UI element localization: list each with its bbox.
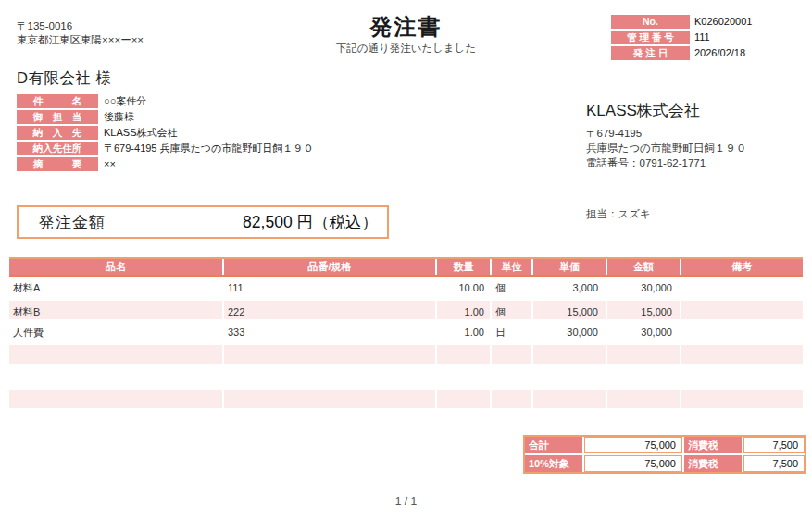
item-amount: 15,000: [607, 299, 680, 321]
meta-row-order-date: 発 注 日 2026/02/18: [611, 46, 806, 60]
taxable-10pct-value: 75,000: [584, 455, 682, 472]
item-name: 材料B: [9, 299, 222, 321]
meta-row-control-number: 管 理 番 号 111: [611, 31, 806, 44]
meta-value-no: K026020001: [690, 15, 806, 29]
col-header-item-name: 品名: [9, 259, 222, 275]
empty-row: [9, 365, 803, 388]
item-code: 111: [224, 277, 435, 299]
issuer-tel: 電話番号：0791-62-1771: [586, 155, 746, 170]
taxable-10pct-label: 10%対象: [525, 455, 582, 472]
item-unit: 日: [492, 321, 531, 343]
info-label-subject: 件 名: [17, 94, 98, 108]
info-label-delivery-address: 納入先住所: [17, 142, 98, 155]
issuer-address: 兵庫県たつの市龍野町日飼１９０: [586, 141, 746, 155]
tax-label: 消費税: [684, 455, 742, 472]
item-unit-price: 15,000: [533, 299, 606, 321]
issuer-postal: 〒679-4195: [586, 126, 746, 141]
info-label-delivery-to: 納 入 先: [17, 126, 98, 140]
info-row-contact-person: 御 担 当 後藤様: [17, 110, 387, 124]
empty-row: [9, 388, 803, 410]
purchase-order-document: 〒135-0016 東京都江東区東陽×××ー×× D有限会社 様 発注書 下記の…: [0, 0, 812, 520]
col-header-note: 備考: [681, 259, 803, 275]
meta-value-control-number: 111: [690, 31, 806, 44]
info-row-subject: 件 名 ○○案件分: [17, 94, 387, 108]
order-amount-value: 82,500 円（税込）: [243, 211, 378, 233]
info-row-delivery-to: 納 入 先 KLASS株式会社: [17, 126, 387, 140]
total-value: 75,000: [584, 437, 682, 453]
issuer-contact-person: 担当：スズキ: [586, 207, 651, 221]
items-header-row: 品名 品番/規格 数量 単位 単価 金額 備考: [9, 257, 803, 277]
item-code: 333: [224, 321, 435, 343]
meta-row-no: No. K026020001: [611, 15, 806, 29]
item-quantity: 1.00: [437, 321, 490, 343]
col-header-unit-price: 単価: [533, 259, 606, 275]
totals-row-total: 合計 75,000 消費税 7,500: [525, 437, 805, 453]
order-info-table: 件 名 ○○案件分 御 担 当 後藤様 納 入 先 KLASS株式会社 納入先住…: [17, 94, 387, 173]
page-number: 1 / 1: [0, 495, 812, 508]
total-label: 合計: [525, 437, 582, 453]
totals-row-10pct: 10%対象 75,000 消費税 7,500: [525, 455, 805, 472]
order-meta-table: No. K026020001 管 理 番 号 111 発 注 日 2026/02…: [611, 15, 806, 62]
info-value-subject: ○○案件分: [98, 94, 387, 108]
item-name: 人件費: [9, 321, 222, 343]
item-quantity: 1.00: [437, 299, 490, 321]
item-row-2: 材料B 222 1.00 個 15,000 15,000: [9, 299, 803, 321]
info-row-remarks: 摘 要 ××: [17, 157, 387, 171]
order-amount-box: 発注金額 82,500 円（税込）: [17, 205, 389, 239]
item-note: [681, 321, 803, 343]
item-amount: 30,000: [607, 321, 680, 343]
totals-table: 合計 75,000 消費税 7,500 10%対象 75,000 消費税 7,5…: [523, 435, 806, 474]
meta-label-order-date: 発 注 日: [611, 46, 690, 60]
empty-row: [9, 410, 803, 432]
items-table: 品名 品番/規格 数量 単位 単価 金額 備考 材料A 111 10.00 個 …: [9, 257, 803, 432]
tax-label: 消費税: [684, 437, 742, 453]
issuer-block: KLASS株式会社 〒679-4195 兵庫県たつの市龍野町日飼１９０ 電話番号…: [586, 100, 746, 170]
info-value-delivery-address: 〒679-4195 兵庫県たつの市龍野町日飼１９０: [98, 142, 387, 155]
meta-value-order-date: 2026/02/18: [690, 46, 806, 60]
info-label-contact-person: 御 担 当: [17, 110, 98, 124]
item-unit-price: 30,000: [533, 321, 606, 343]
tax-value: 7,500: [743, 437, 805, 453]
col-header-amount: 金額: [607, 259, 680, 275]
info-value-contact-person: 後藤様: [98, 110, 387, 124]
item-unit-price: 3,000: [533, 277, 606, 299]
meta-label-control-number: 管 理 番 号: [611, 31, 690, 44]
item-note: [681, 299, 803, 321]
order-amount-label: 発注金額: [39, 212, 106, 233]
item-amount: 30,000: [607, 277, 680, 299]
item-unit: 個: [492, 299, 531, 321]
item-unit: 個: [492, 277, 531, 299]
item-row-1: 材料A 111 10.00 個 3,000 30,000: [9, 277, 803, 299]
item-name: 材料A: [9, 277, 222, 299]
info-row-delivery-address: 納入先住所 〒679-4195 兵庫県たつの市龍野町日飼１９０: [17, 142, 387, 155]
col-header-item-code: 品番/規格: [224, 259, 435, 275]
info-value-remarks: ××: [98, 157, 387, 171]
item-row-3: 人件費 333 1.00 日 30,000 30,000: [9, 321, 803, 343]
recipient-name: D有限会社 様: [17, 68, 112, 89]
tax-value: 7,500: [743, 455, 805, 472]
item-note: [681, 277, 803, 299]
meta-label-no: No.: [611, 15, 690, 29]
info-value-delivery-to: KLASS株式会社: [98, 126, 387, 140]
item-quantity: 10.00: [437, 277, 490, 299]
info-label-remarks: 摘 要: [17, 157, 98, 171]
col-header-unit: 単位: [492, 259, 531, 275]
item-code: 222: [224, 299, 435, 321]
col-header-quantity: 数量: [437, 259, 490, 275]
issuer-name: KLASS株式会社: [586, 100, 746, 121]
empty-row: [9, 343, 803, 365]
